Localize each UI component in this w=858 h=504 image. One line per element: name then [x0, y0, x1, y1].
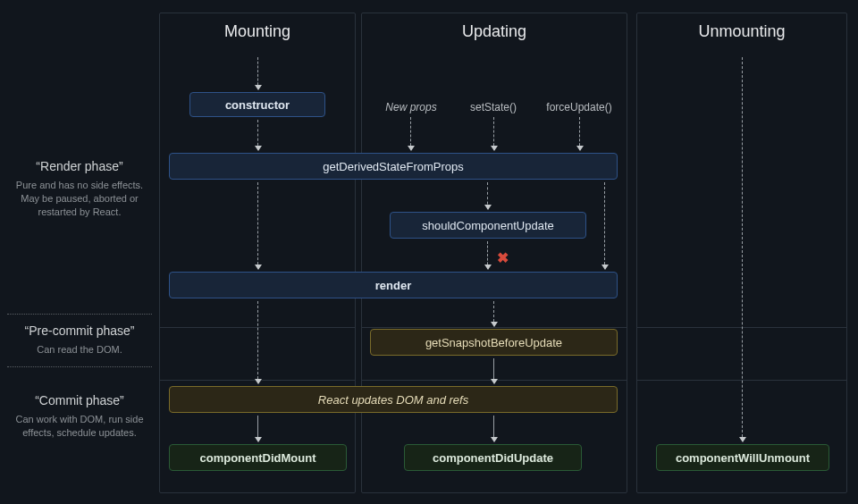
col-title: Updating — [362, 22, 627, 41]
arrow — [493, 416, 494, 441]
arrow — [257, 182, 258, 269]
arrow — [493, 301, 494, 326]
arrow — [410, 117, 411, 150]
trigger-newprops: New props — [375, 101, 447, 113]
box-constructor: constructor — [189, 92, 325, 117]
phase-commit: “Commit phase” Can work with DOM, run si… — [7, 393, 152, 440]
x-icon: ✖ — [497, 249, 509, 266]
trigger-setstate: setState() — [458, 101, 529, 113]
col-title: Mounting — [160, 22, 355, 41]
box-cwu: componentWillUnmount — [656, 444, 829, 471]
trigger-forceupdate: forceUpdate() — [543, 101, 615, 113]
phase-desc: Can read the DOM. — [7, 343, 152, 357]
phase-desc: Can work with DOM, run side effects, sch… — [7, 413, 152, 440]
arrow — [493, 358, 494, 383]
divider-dots — [7, 314, 152, 315]
box-gdsfp: getDerivedStateFromProps — [169, 153, 618, 180]
arrow — [742, 57, 743, 441]
phase-title: “Commit phase” — [7, 393, 152, 407]
phase-title: “Render phase” — [7, 159, 152, 173]
box-domrefs: React updates DOM and refs — [169, 386, 618, 413]
box-cdu: componentDidUpdate — [404, 444, 582, 471]
arrow — [487, 241, 488, 269]
box-gsbu: getSnapshotBeforeUpdate — [370, 329, 618, 356]
arrow — [604, 182, 605, 269]
sidebar: “Render phase” Pure and has no side effe… — [0, 0, 159, 504]
phase-precommit: “Pre-commit phase” Can read the DOM. — [7, 323, 152, 357]
phase-title: “Pre-commit phase” — [7, 323, 152, 338]
col-updating: Updating — [361, 13, 627, 493]
box-cdm: componentDidMount — [169, 444, 347, 471]
arrow — [487, 182, 488, 209]
arrow — [257, 57, 258, 89]
box-scu: shouldComponentUpdate — [390, 212, 586, 239]
arrow — [257, 120, 258, 150]
arrow — [493, 117, 494, 150]
box-render: render — [169, 272, 618, 298]
arrow — [257, 416, 258, 441]
phase-desc: Pure and has no side effects. May be pau… — [7, 179, 152, 219]
col-title: Unmounting — [637, 22, 846, 41]
divider-dots — [7, 366, 152, 367]
phase-divider — [362, 327, 627, 328]
arrow — [579, 117, 580, 150]
lifecycle-diagram: “Render phase” Pure and has no side effe… — [0, 0, 858, 504]
phase-render: “Render phase” Pure and has no side effe… — [7, 159, 152, 219]
arrow — [257, 301, 258, 383]
